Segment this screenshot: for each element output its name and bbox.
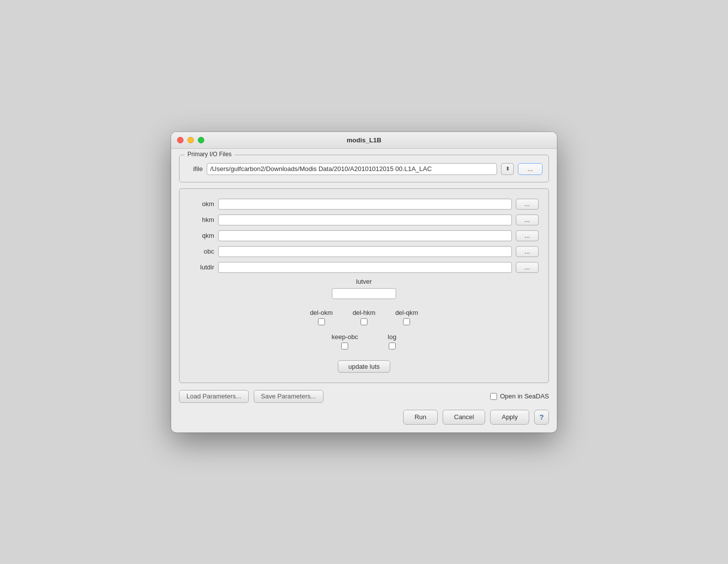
bottom-row: Load Parameters... Save Parameters... Op… <box>179 390 549 403</box>
obc-browse-button[interactable]: ... <box>516 246 539 257</box>
log-label: log <box>388 333 396 341</box>
qkm-input[interactable] <box>218 230 512 241</box>
del-hkm-checkbox[interactable] <box>361 318 367 325</box>
window-title: modis_L1B <box>347 136 381 144</box>
lutdir-browse-button[interactable]: ... <box>516 262 539 273</box>
lutdir-input[interactable] <box>218 262 512 273</box>
hkm-row: hkm ... <box>189 215 539 225</box>
del-hkm-group: del-hkm <box>353 309 375 325</box>
del-okm-checkbox[interactable] <box>318 318 325 325</box>
hkm-browse-button[interactable]: ... <box>516 215 539 225</box>
minimize-button[interactable] <box>187 137 194 143</box>
qkm-browse-button[interactable]: ... <box>516 230 539 241</box>
open-in-seadas-label: Open in SeaDAS <box>500 392 549 400</box>
keep-obc-label: keep-obc <box>332 333 358 341</box>
qkm-label: qkm <box>189 232 214 239</box>
del-okm-group: del-okm <box>310 309 333 325</box>
open-in-seadas-checkbox[interactable] <box>490 393 497 400</box>
params-panel: okm ... hkm ... qkm ... obc ... lutdir <box>179 188 549 383</box>
obc-label: obc <box>189 248 214 255</box>
title-bar: modis_L1B <box>171 132 557 149</box>
log-group: log <box>388 333 396 349</box>
checkboxes-row-2: keep-obc log <box>332 333 397 349</box>
obc-row: obc ... <box>189 246 539 257</box>
maximize-button[interactable] <box>198 137 204 143</box>
hkm-label: hkm <box>189 216 214 223</box>
open-in-seadas-group: Open in SeaDAS <box>490 392 549 400</box>
qkm-row: qkm ... <box>189 230 539 241</box>
ifile-label: ifile <box>185 165 203 173</box>
center-section: lutver del-okm del-hkm del-qkm <box>189 278 539 373</box>
okm-browse-button[interactable]: ... <box>516 199 539 210</box>
del-hkm-label: del-hkm <box>353 309 375 316</box>
apply-button[interactable]: Apply <box>490 410 529 425</box>
log-checkbox[interactable] <box>389 343 396 349</box>
help-button[interactable]: ? <box>534 410 549 425</box>
main-window: modis_L1B Primary I/O Files ifile ⬍ ... … <box>171 132 557 433</box>
spinner-button[interactable]: ⬍ <box>501 163 514 175</box>
window-content: Primary I/O Files ifile ⬍ ... okm ... hk… <box>171 149 557 433</box>
okm-input[interactable] <box>218 199 512 210</box>
update-luts-button[interactable]: update luts <box>338 360 390 373</box>
obc-input[interactable] <box>218 246 512 257</box>
del-qkm-checkbox[interactable] <box>403 318 410 325</box>
run-button[interactable]: Run <box>403 410 438 425</box>
lutver-label: lutver <box>356 278 372 285</box>
save-parameters-button[interactable]: Save Parameters... <box>254 390 323 403</box>
ifile-browse-button[interactable]: ... <box>518 163 543 175</box>
lutver-input[interactable] <box>332 288 396 299</box>
ifile-row: ifile ⬍ ... <box>185 163 543 175</box>
checkboxes-row-1: del-okm del-hkm del-qkm <box>310 309 418 325</box>
section-legend: Primary I/O Files <box>184 151 234 158</box>
okm-row: okm ... <box>189 199 539 210</box>
del-qkm-group: del-qkm <box>395 309 418 325</box>
traffic-lights <box>177 137 204 143</box>
load-parameters-button[interactable]: Load Parameters... <box>179 390 249 403</box>
primary-io-section: Primary I/O Files ifile ⬍ ... <box>179 155 549 182</box>
cancel-button[interactable]: Cancel <box>443 410 485 425</box>
del-okm-label: del-okm <box>310 309 333 316</box>
lutdir-label: lutdir <box>189 263 214 271</box>
ifile-input[interactable] <box>207 163 497 175</box>
keep-obc-checkbox[interactable] <box>341 343 348 349</box>
keep-obc-group: keep-obc <box>332 333 358 349</box>
lutdir-row: lutdir ... <box>189 262 539 273</box>
action-row: Run Cancel Apply ? <box>179 410 549 425</box>
del-qkm-label: del-qkm <box>395 309 418 316</box>
close-button[interactable] <box>177 137 183 143</box>
hkm-input[interactable] <box>218 215 512 225</box>
okm-label: okm <box>189 200 214 208</box>
